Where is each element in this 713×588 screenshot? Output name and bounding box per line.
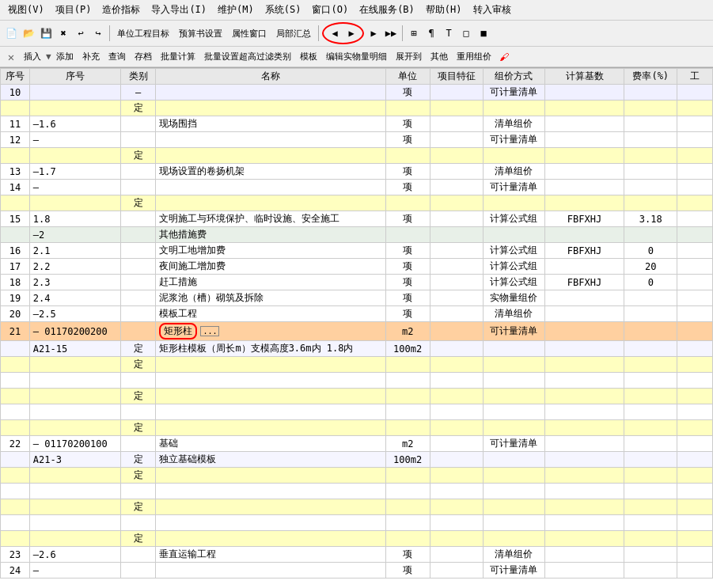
table-row[interactable]: 12—项可计量清单 xyxy=(1,132,713,148)
menu-system[interactable]: 系统(S) xyxy=(260,2,306,18)
menu-cost[interactable]: 造价指标 xyxy=(97,2,145,18)
edit-qty-btn[interactable]: 编辑实物量明细 xyxy=(322,48,391,65)
insert-btn[interactable]: 插入 xyxy=(20,48,45,65)
cell-name[interactable]: 矩形柱... xyxy=(156,322,385,341)
paragraph-icon[interactable]: ¶ xyxy=(423,25,439,41)
close-tab-btn[interactable]: ✕ xyxy=(3,49,19,65)
nav-last-icon[interactable]: ▶▶ xyxy=(383,25,399,41)
table-row[interactable]: 22— 01170200100基础m2可计量清单 xyxy=(1,436,713,452)
cell-name[interactable] xyxy=(156,468,385,484)
expand-dots-btn[interactable]: ... xyxy=(200,326,219,336)
new-icon[interactable]: 📄 xyxy=(3,25,19,41)
text-icon[interactable]: T xyxy=(441,25,457,41)
cell-name[interactable] xyxy=(156,563,385,579)
table-row[interactable] xyxy=(1,404,713,420)
table-row[interactable]: 定 xyxy=(1,468,713,484)
menu-import[interactable]: 导入导出(I) xyxy=(146,2,211,18)
cell-name[interactable] xyxy=(156,101,385,116)
table-row[interactable]: —2其他措施费 xyxy=(1,227,713,243)
cell-name[interactable]: 矩形柱模板（周长m）支模高度3.6m内 1.8内 xyxy=(156,341,385,357)
table-row[interactable]: 162.1文明工地增加费项计算公式组FBFXHJ0 xyxy=(1,243,713,259)
budget-settings-btn[interactable]: 预算书设置 xyxy=(175,25,226,42)
table-row[interactable]: 24—项可计量清单 xyxy=(1,563,713,579)
cell-name[interactable]: 独立基础模板 xyxy=(156,452,385,468)
cell-name[interactable]: 赶工措施 xyxy=(156,275,385,290)
local-sum-btn[interactable]: 局部汇总 xyxy=(272,25,315,42)
redo-icon[interactable]: ↪ xyxy=(90,25,106,41)
cell-name[interactable] xyxy=(156,132,385,148)
archive-btn[interactable]: 存档 xyxy=(131,48,156,65)
table-row[interactable] xyxy=(1,515,713,531)
color-brush-icon[interactable]: 🖌 xyxy=(496,49,512,65)
expand-to-btn[interactable]: 展开到 xyxy=(392,48,426,65)
nav-first-icon[interactable]: ◀ xyxy=(327,25,343,41)
table-row[interactable]: 定 xyxy=(1,531,713,547)
cell-name[interactable] xyxy=(156,531,385,547)
menu-maintain[interactable]: 维护(M) xyxy=(213,2,259,18)
undo-icon[interactable]: ↩ xyxy=(73,25,89,41)
cell-name[interactable] xyxy=(156,420,385,436)
nav-prev-icon[interactable]: ▶ xyxy=(343,25,359,41)
batch-set-btn[interactable]: 批量设置超高过滤类别 xyxy=(200,48,295,65)
cell-name[interactable] xyxy=(156,484,385,499)
unit-project-btn[interactable]: 单位工程目标 xyxy=(113,25,173,42)
add-btn[interactable]: 添加 xyxy=(52,48,78,65)
table-row[interactable]: A21-3定独立基础模板100m2 xyxy=(1,452,713,468)
supplement-btn[interactable]: 补充 xyxy=(78,48,104,65)
table-row[interactable]: 23—2.6垂直运输工程项清单组价 xyxy=(1,547,713,563)
cell-name[interactable] xyxy=(156,499,385,515)
nav-next-icon[interactable]: ▶ xyxy=(366,25,381,41)
menu-audit[interactable]: 转入审核 xyxy=(468,2,516,18)
table-row[interactable]: 13—1.7现场设置的卷扬机架项清单组价 xyxy=(1,164,713,180)
table-row[interactable]: 定 xyxy=(1,357,713,373)
cell-name[interactable]: 现场围挡 xyxy=(156,116,385,132)
cell-name[interactable]: 现场设置的卷扬机架 xyxy=(156,164,385,180)
cell-name[interactable]: 垂直运输工程 xyxy=(156,547,385,563)
open-icon[interactable]: 📂 xyxy=(21,25,36,41)
table-row[interactable] xyxy=(1,373,713,389)
property-window-btn[interactable]: 属性窗口 xyxy=(228,25,271,42)
batch-calc-btn[interactable]: 批量计算 xyxy=(157,48,199,65)
save-icon[interactable]: 💾 xyxy=(38,25,54,41)
query-btn[interactable]: 查询 xyxy=(104,48,130,65)
table-row[interactable]: 10—项可计量清单 xyxy=(1,85,713,101)
cell-name[interactable]: 基础 xyxy=(156,436,385,452)
table-row[interactable]: 151.8文明施工与环境保护、临时设施、安全施工项计算公式组FBFXHJ3.18 xyxy=(1,211,713,227)
cell-name[interactable]: 文明施工与环境保护、临时设施、安全施工 xyxy=(156,211,385,227)
cell-name[interactable] xyxy=(156,389,385,404)
table-row[interactable]: 定 xyxy=(1,499,713,515)
cell-name[interactable] xyxy=(156,373,385,389)
grid-icon[interactable]: ⊞ xyxy=(406,25,422,41)
table-row[interactable]: 172.2夜间施工增加费项计算公式组20 xyxy=(1,259,713,275)
cell-name[interactable]: 其他措施费 xyxy=(156,227,385,243)
table-row[interactable]: 11—1.6现场围挡项清单组价 xyxy=(1,116,713,132)
table-row[interactable]: 定 xyxy=(1,389,713,404)
cell-name[interactable]: 文明工地增加费 xyxy=(156,243,385,259)
menu-project[interactable]: 项目(P) xyxy=(51,2,97,18)
cell-name[interactable] xyxy=(156,85,385,101)
table-row[interactable]: 14—项可计量清单 xyxy=(1,180,713,195)
table-row[interactable]: 定 xyxy=(1,420,713,436)
table-row[interactable]: 21— 01170200200矩形柱...m2可计量清单 xyxy=(1,322,713,341)
menu-window[interactable]: 窗口(O) xyxy=(307,2,353,18)
table-row[interactable]: 182.3赶工措施项计算公式组FBFXHJ0 xyxy=(1,275,713,290)
table-row[interactable]: 定 xyxy=(1,101,713,116)
table-row[interactable]: 20—2.5模板工程项清单组价 xyxy=(1,306,713,322)
cell-name[interactable] xyxy=(156,404,385,420)
template-btn[interactable]: 模板 xyxy=(296,48,321,65)
menu-view[interactable]: 视图(V) xyxy=(3,2,49,18)
cell-name[interactable]: 模板工程 xyxy=(156,306,385,322)
table-row[interactable]: 192.4泥浆池（槽）砌筑及拆除项实物量组价 xyxy=(1,290,713,306)
cell-name[interactable]: 夜间施工增加费 xyxy=(156,259,385,275)
table-row[interactable]: A21-15定矩形柱模板（周长m）支模高度3.6m内 1.8内100m2 xyxy=(1,341,713,357)
close-doc-icon[interactable]: ✖ xyxy=(55,25,71,41)
cell-name[interactable] xyxy=(156,195,385,211)
cell-name[interactable] xyxy=(156,357,385,373)
cell-name[interactable] xyxy=(156,148,385,164)
table-row[interactable]: 定 xyxy=(1,148,713,164)
border-icon[interactable]: □ xyxy=(458,25,474,41)
table-row[interactable]: 定 xyxy=(1,195,713,211)
other-btn[interactable]: 其他 xyxy=(427,48,452,65)
menu-online[interactable]: 在线服务(B) xyxy=(355,2,419,18)
menu-help[interactable]: 帮助(H) xyxy=(421,2,467,18)
